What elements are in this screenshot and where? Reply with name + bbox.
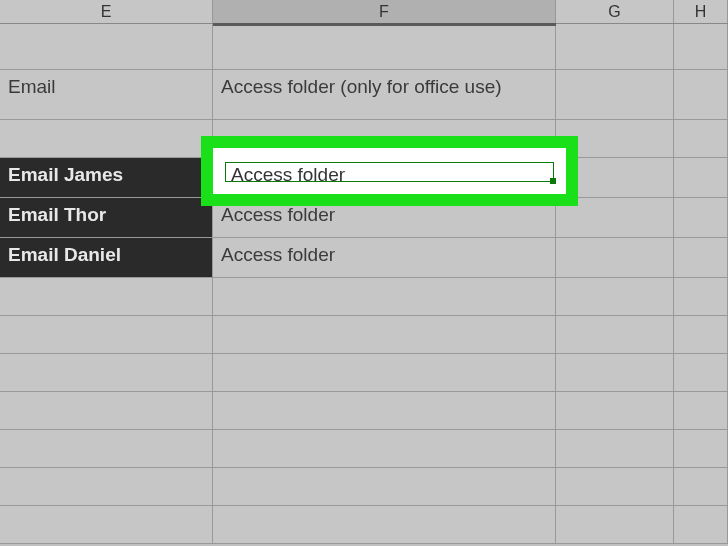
cell-G1[interactable]: [556, 24, 674, 69]
cell-E1[interactable]: [0, 24, 213, 69]
row-7: [0, 278, 728, 316]
cell-E10[interactable]: [0, 392, 213, 429]
row-6: Email Daniel Access folder: [0, 238, 728, 278]
cell-E11[interactable]: [0, 430, 213, 467]
cell-F9[interactable]: [213, 354, 556, 391]
cell-H8[interactable]: [674, 316, 728, 353]
cell-H12[interactable]: [674, 468, 728, 505]
fill-handle[interactable]: [550, 178, 556, 184]
cell-E13[interactable]: [0, 506, 213, 543]
row-8: [0, 316, 728, 354]
cell-H3[interactable]: [674, 120, 728, 157]
cell-F8[interactable]: [213, 316, 556, 353]
cell-G8[interactable]: [556, 316, 674, 353]
cell-F7[interactable]: [213, 278, 556, 315]
cell-H7[interactable]: [674, 278, 728, 315]
cell-G7[interactable]: [556, 278, 674, 315]
cell-F13[interactable]: [213, 506, 556, 543]
cell-G9[interactable]: [556, 354, 674, 391]
cell-H13[interactable]: [674, 506, 728, 543]
cell-E9[interactable]: [0, 354, 213, 391]
cell-F6[interactable]: Access folder: [213, 238, 556, 277]
cell-H2[interactable]: [674, 70, 728, 119]
row-10: [0, 392, 728, 430]
cell-G12[interactable]: [556, 468, 674, 505]
cell-H4[interactable]: [674, 158, 728, 197]
col-header-F[interactable]: F: [213, 0, 556, 23]
row-11: [0, 430, 728, 468]
grid-rows: Email Access folder (only for office use…: [0, 24, 728, 544]
cell-H10[interactable]: [674, 392, 728, 429]
spreadsheet: E F G H Email Access folder (only for of…: [0, 0, 728, 546]
cell-G11[interactable]: [556, 430, 674, 467]
col-header-G[interactable]: G: [556, 0, 674, 23]
row-13: [0, 506, 728, 544]
row-1: [0, 24, 728, 70]
selected-cell-value: Access folder: [231, 164, 345, 186]
row-9: [0, 354, 728, 392]
cell-E2[interactable]: Email: [0, 70, 213, 119]
cell-E5[interactable]: Email Thor: [0, 198, 213, 237]
cell-F12[interactable]: [213, 468, 556, 505]
cell-H9[interactable]: [674, 354, 728, 391]
cell-E3[interactable]: [0, 120, 213, 157]
cell-H11[interactable]: [674, 430, 728, 467]
cell-E7[interactable]: [0, 278, 213, 315]
cell-G2[interactable]: [556, 70, 674, 119]
selected-cell-highlight[interactable]: Access folder: [201, 136, 578, 206]
cell-G13[interactable]: [556, 506, 674, 543]
cell-G10[interactable]: [556, 392, 674, 429]
cell-E4[interactable]: Email James: [0, 158, 213, 197]
cell-F11[interactable]: [213, 430, 556, 467]
cell-G6[interactable]: [556, 238, 674, 277]
cell-F1[interactable]: [213, 24, 556, 69]
cell-E8[interactable]: [0, 316, 213, 353]
active-column-indicator: [213, 23, 556, 26]
column-headers: E F G H: [0, 0, 728, 24]
cell-F10[interactable]: [213, 392, 556, 429]
cell-E12[interactable]: [0, 468, 213, 505]
col-header-E[interactable]: E: [0, 0, 213, 23]
cell-F2[interactable]: Access folder (only for office use): [213, 70, 556, 119]
row-2: Email Access folder (only for office use…: [0, 70, 728, 120]
row-12: [0, 468, 728, 506]
cell-H6[interactable]: [674, 238, 728, 277]
cell-H1[interactable]: [674, 24, 728, 69]
col-header-H[interactable]: H: [674, 0, 728, 23]
cell-H5[interactable]: [674, 198, 728, 237]
cell-E6[interactable]: Email Daniel: [0, 238, 213, 277]
